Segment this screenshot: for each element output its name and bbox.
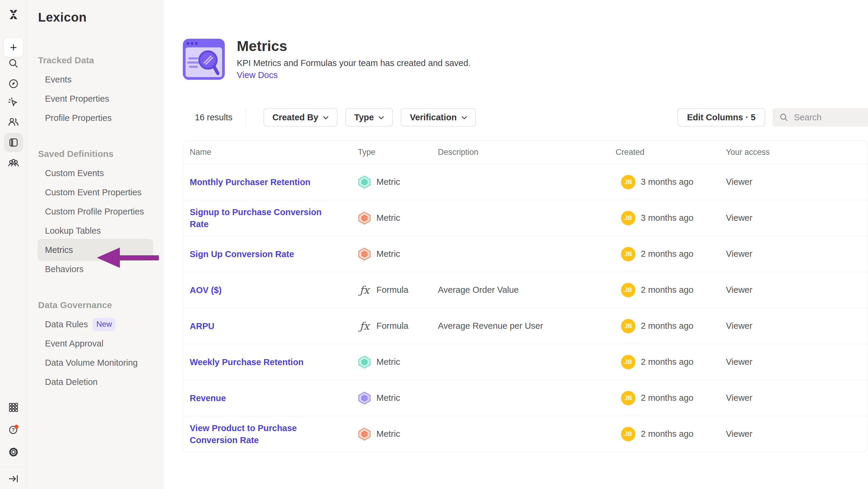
sidebar-item-event-approval[interactable]: Event Approval	[27, 334, 163, 353]
metric-name-link[interactable]: ARPU	[190, 321, 214, 331]
sidebar-item-custom-events[interactable]: Custom Events	[27, 164, 163, 183]
team-icon[interactable]	[7, 157, 20, 169]
cell-description: Average Order Value	[438, 285, 616, 295]
search-icon	[779, 113, 788, 122]
sidebar-item-custom-event-properties[interactable]: Custom Event Properties	[27, 183, 163, 202]
help-icon[interactable]: ?	[7, 423, 20, 436]
sidebar-item-label: Events	[45, 75, 72, 85]
metric-name-link[interactable]: Signup to Purchase Conversion Rate	[190, 207, 321, 229]
metric-name-link[interactable]: View Product to Purchase Conversion Rate	[190, 423, 297, 445]
type-label: Metric	[376, 249, 400, 259]
cell-type: Metric	[358, 428, 438, 441]
metric-name-link[interactable]: Revenue	[190, 393, 226, 403]
sidebar-item-label: Data Rules	[45, 319, 88, 329]
cursor-click-icon[interactable]	[8, 97, 19, 108]
table-row[interactable]: ARPU ƒx Formula Average Revenue per User…	[183, 308, 868, 344]
metric-hexagon-icon	[358, 428, 371, 441]
cell-access: Viewer	[726, 321, 868, 331]
search-input[interactable]	[794, 113, 860, 122]
sidebar-item-event-properties[interactable]: Event Properties	[27, 89, 163, 108]
edit-columns-button[interactable]: Edit Columns · 5	[677, 108, 765, 126]
collapse-sidebar-icon[interactable]	[8, 473, 19, 485]
avatar: JB	[621, 391, 636, 405]
metric-hexagon-icon	[358, 175, 371, 189]
metrics-table: Name Type Description Created Your acces…	[183, 140, 868, 452]
rail-divider	[0, 467, 27, 467]
created-ago: 2 months ago	[641, 429, 693, 439]
metric-hexagon-icon	[358, 211, 371, 225]
sidebar-item-label: Event Approval	[45, 339, 103, 349]
cell-access: Viewer	[726, 285, 868, 295]
table-row[interactable]: Revenue Metric JB 2 months ago Viewer	[183, 380, 868, 416]
cell-type: Metric	[358, 211, 438, 225]
type-label: Metric	[376, 429, 400, 439]
table-body: Monthly Purchaser Retention Metric JB 3 …	[183, 164, 868, 452]
metric-name-link[interactable]: AOV ($)	[190, 285, 221, 295]
users-icon[interactable]	[7, 116, 20, 128]
icon-rail: +	[0, 0, 27, 489]
section-heading-tracked-data: Tracked Data	[27, 51, 163, 70]
filter-verification[interactable]: Verification	[401, 108, 476, 126]
lexicon-sidebar: Lexicon Tracked DataEventsEvent Properti…	[27, 0, 163, 489]
sidebar-item-events[interactable]: Events	[27, 70, 163, 89]
formula-fx-icon: ƒx	[358, 284, 371, 296]
toolbar: 16 results Created By Type Verification …	[183, 108, 868, 126]
cell-name: Revenue	[183, 392, 358, 404]
metric-name-link[interactable]: Weekly Purchase Retention	[190, 357, 304, 367]
sidebar-item-data-deletion[interactable]: Data Deletion	[27, 372, 163, 392]
apps-grid-icon[interactable]	[8, 402, 19, 413]
avatar: JB	[621, 355, 636, 369]
col-header-type: Type	[358, 148, 438, 157]
cell-name: Monthly Purchaser Retention	[183, 176, 358, 188]
table-row[interactable]: AOV ($) ƒx Formula Average Order Value J…	[183, 272, 868, 308]
main-content: Metrics KPI Metrics and Formulas your te…	[164, 0, 868, 489]
search-box[interactable]	[772, 108, 868, 126]
sidebar-item-data-volume-monitoring[interactable]: Data Volume Monitoring	[27, 353, 163, 372]
metric-name-link[interactable]: Monthly Purchaser Retention	[190, 177, 311, 187]
filter-created-by[interactable]: Created By	[264, 108, 338, 126]
type-label: Formula	[376, 285, 408, 295]
type-label: Metric	[376, 213, 400, 223]
sidebar-item-data-rules[interactable]: Data RulesNew	[27, 315, 163, 334]
metric-hexagon-icon	[358, 392, 371, 405]
sidebar-item-label: Profile Properties	[45, 113, 112, 123]
cell-description: Average Revenue per User	[438, 321, 616, 331]
table-row[interactable]: Weekly Purchase Retention Metric JB 2 mo…	[183, 344, 868, 380]
lexicon-icon[interactable]	[4, 133, 23, 152]
col-header-created: Created	[616, 148, 726, 157]
mixpanel-logo-icon[interactable]	[7, 8, 20, 21]
type-label: Metric	[376, 357, 400, 367]
cell-created: JB 2 months ago	[616, 391, 726, 405]
table-row[interactable]: Monthly Purchaser Retention Metric JB 3 …	[183, 164, 868, 200]
sidebar-item-behaviors[interactable]: Behaviors	[27, 259, 163, 279]
settings-gear-icon[interactable]	[7, 446, 20, 458]
page-description: KPI Metrics and Formulas your team has c…	[237, 58, 471, 68]
sidebar-item-lookup-tables[interactable]: Lookup Tables	[27, 221, 163, 240]
sidebar-item-label: Data Volume Monitoring	[45, 358, 138, 368]
cell-created: JB 2 months ago	[616, 247, 726, 261]
section-heading-data-governance: Data Governance	[27, 295, 163, 315]
created-ago: 3 months ago	[641, 213, 693, 223]
metric-hexagon-icon	[358, 248, 371, 261]
table-row[interactable]: Sign Up Conversion Rate Metric JB 2 mont…	[183, 236, 868, 272]
sidebar-item-metrics[interactable]: Metrics	[37, 239, 153, 261]
sidebar-item-profile-properties[interactable]: Profile Properties	[27, 108, 163, 127]
col-header-access: Your access	[726, 148, 868, 157]
view-docs-link[interactable]: View Docs	[237, 70, 278, 80]
page-title: Metrics	[237, 38, 287, 54]
table-row[interactable]: View Product to Purchase Conversion Rate…	[183, 416, 868, 452]
sidebar-item-custom-profile-properties[interactable]: Custom Profile Properties	[27, 202, 163, 221]
cell-created: JB 2 months ago	[616, 355, 726, 369]
filter-type[interactable]: Type	[345, 108, 393, 126]
toolbar-divider	[246, 109, 246, 126]
cell-created: JB 2 months ago	[616, 319, 726, 333]
table-row[interactable]: Signup to Purchase Conversion Rate Metri…	[183, 200, 868, 236]
compass-icon[interactable]	[8, 78, 19, 89]
search-icon[interactable]	[8, 58, 19, 69]
cell-type: Metric	[358, 355, 438, 369]
metric-name-link[interactable]: Sign Up Conversion Rate	[190, 249, 294, 259]
section-heading-saved-definitions: Saved Definitions	[27, 144, 163, 164]
formula-fx-icon: ƒx	[358, 320, 371, 332]
cell-type: Metric	[358, 175, 438, 189]
create-new-button[interactable]: +	[4, 37, 23, 57]
